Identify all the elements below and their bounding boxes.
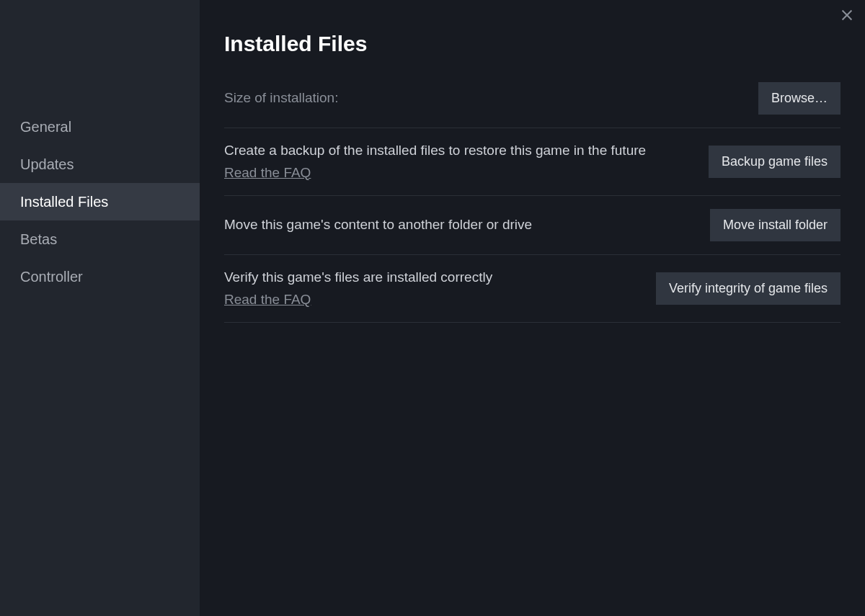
- backup-text-block: Create a backup of the installed files t…: [224, 141, 691, 182]
- row-size: Size of installation: Browse…: [224, 79, 840, 128]
- backup-desc: Create a backup of the installed files t…: [224, 143, 646, 158]
- sidebar-item-updates[interactable]: Updates: [0, 146, 200, 183]
- sidebar-item-label: Betas: [20, 231, 57, 247]
- row-verify: Verify this game's files are installed c…: [224, 255, 840, 323]
- sidebar-item-betas[interactable]: Betas: [0, 220, 200, 258]
- sidebar-item-general[interactable]: General: [0, 108, 200, 146]
- verify-text-block: Verify this game's files are installed c…: [224, 268, 639, 309]
- close-button[interactable]: [839, 7, 855, 23]
- move-button[interactable]: Move install folder: [710, 209, 840, 241]
- row-backup: Create a backup of the installed files t…: [224, 128, 840, 196]
- sidebar-item-label: General: [20, 119, 71, 135]
- sidebar-item-label: Installed Files: [20, 194, 108, 210]
- browse-button[interactable]: Browse…: [758, 82, 840, 115]
- verify-desc: Verify this game's files are installed c…: [224, 269, 492, 285]
- properties-dialog: General Updates Installed Files Betas Co…: [0, 0, 865, 616]
- row-move: Move this game's content to another fold…: [224, 196, 840, 255]
- sidebar-item-label: Updates: [20, 156, 74, 172]
- sidebar: General Updates Installed Files Betas Co…: [0, 0, 200, 616]
- sidebar-item-installed-files[interactable]: Installed Files: [0, 183, 200, 220]
- backup-button[interactable]: Backup game files: [709, 146, 840, 178]
- sidebar-item-label: Controller: [20, 269, 83, 285]
- move-desc: Move this game's content to another fold…: [224, 215, 693, 235]
- close-icon: [839, 13, 855, 25]
- page-title: Installed Files: [224, 32, 840, 56]
- size-label: Size of installation:: [224, 89, 741, 108]
- main-panel: Installed Files Size of installation: Br…: [200, 0, 865, 616]
- verify-faq-link[interactable]: Read the FAQ: [224, 290, 311, 310]
- verify-button[interactable]: Verify integrity of game files: [656, 272, 840, 305]
- sidebar-item-controller[interactable]: Controller: [0, 258, 200, 295]
- backup-faq-link[interactable]: Read the FAQ: [224, 164, 311, 183]
